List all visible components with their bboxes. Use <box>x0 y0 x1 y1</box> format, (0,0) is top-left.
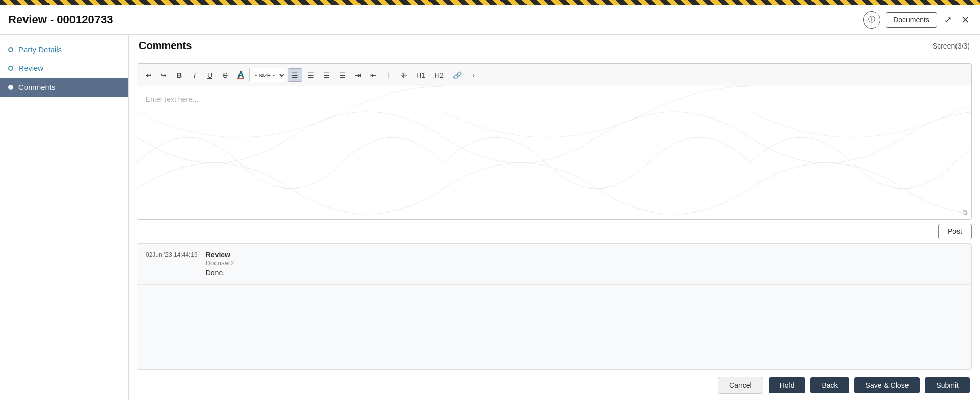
sidebar-item-party-details[interactable]: Party Details <box>0 40 128 59</box>
sidebar-dot-comments <box>8 85 13 90</box>
underline-icon: U <box>207 71 212 79</box>
expand-button[interactable]: ⤢ <box>942 12 954 28</box>
more-icon: › <box>472 71 475 79</box>
comment-item: 02Jun '23 14:44:19 Review Docuser2 Done. <box>137 244 971 285</box>
screen-info: Screen(3/3) <box>933 42 970 50</box>
expand-editor-icon[interactable]: ⧉ <box>963 209 967 216</box>
h1-button[interactable]: H1 <box>412 68 429 82</box>
sidebar-item-comments[interactable]: Comments <box>0 78 128 97</box>
comment-content: Review Docuser2 Done. <box>206 251 963 277</box>
content-area: Comments Screen(3/3) ↩ ↪ B <box>129 35 980 400</box>
align-justify-button[interactable]: ☰ <box>335 68 350 82</box>
close-button[interactable]: ✕ <box>959 12 972 28</box>
editor-placeholder: Enter text here... <box>146 95 199 103</box>
submit-button[interactable]: Submit <box>925 377 970 393</box>
h1-icon: H1 <box>416 71 425 79</box>
sidebar-label-party-details: Party Details <box>18 45 62 54</box>
sidebar-label-review: Review <box>18 64 43 73</box>
titlebar: Review - 000120733 ⓘ Documents ⤢ ✕ <box>0 5 980 35</box>
redo-button[interactable]: ↪ <box>157 68 171 82</box>
post-button[interactable]: Post <box>938 224 972 239</box>
info-button[interactable]: ⓘ <box>863 11 880 29</box>
bold-icon: B <box>177 71 182 79</box>
section-title: Comments <box>139 40 192 52</box>
indent-increase-button[interactable]: ⇥ <box>351 68 365 82</box>
italic-button[interactable]: I <box>187 68 202 82</box>
strikethrough-icon: S <box>223 71 227 79</box>
expand-icon: ⤢ <box>944 15 952 25</box>
comment-text: Done. <box>206 269 963 277</box>
align-left-icon: ☰ <box>292 71 298 79</box>
underline-button[interactable]: U <box>203 68 217 82</box>
ordered-list-icon: ⁜ <box>401 71 407 79</box>
font-size-select[interactable]: - size - 8 10 12 14 16 18 24 <box>249 68 286 82</box>
sidebar-item-review[interactable]: Review <box>0 59 128 78</box>
editor-body[interactable]: Enter text here... <box>137 86 971 219</box>
info-icon: ⓘ <box>868 15 875 25</box>
editor-section: ↩ ↪ B I U S <box>137 63 972 220</box>
sidebar-dot-review <box>8 66 13 71</box>
strikethrough-button[interactable]: S <box>218 68 232 82</box>
sidebar-dot-party-details <box>8 47 13 52</box>
comments-list: 02Jun '23 14:44:19 Review Docuser2 Done. <box>137 243 972 370</box>
post-section: Post <box>129 220 980 243</box>
indent-decrease-icon: ⇤ <box>370 71 376 79</box>
editor-toolbar: ↩ ↪ B I U S <box>137 64 971 86</box>
window-title: Review - 000120733 <box>8 13 113 27</box>
italic-icon: I <box>194 71 196 79</box>
undo-icon: ↩ <box>146 71 152 79</box>
comment-date: 02Jun '23 14:44:19 <box>146 251 198 277</box>
sidebar: Party Details Review Comments <box>0 35 129 400</box>
h2-icon: H2 <box>435 71 444 79</box>
back-button[interactable]: Back <box>810 377 849 393</box>
text-color-button[interactable]: A <box>233 67 248 83</box>
bold-button[interactable]: B <box>172 68 186 82</box>
undo-button[interactable]: ↩ <box>141 68 156 82</box>
content-header: Comments Screen(3/3) <box>129 35 980 57</box>
align-right-icon: ☰ <box>323 71 330 79</box>
close-icon: ✕ <box>961 14 970 26</box>
indent-increase-icon: ⇥ <box>355 71 361 79</box>
titlebar-actions: ⓘ Documents ⤢ ✕ <box>863 11 972 29</box>
align-right-button[interactable]: ☰ <box>319 68 334 82</box>
cancel-button[interactable]: Cancel <box>718 377 763 394</box>
main-body: Party Details Review Comments Comments S… <box>0 35 980 400</box>
align-center-button[interactable]: ☰ <box>303 68 318 82</box>
h2-button[interactable]: H2 <box>431 68 448 82</box>
save-close-button[interactable]: Save & Close <box>854 377 920 393</box>
bullet-list-icon: ⁝ <box>388 71 390 79</box>
hold-button[interactable]: Hold <box>769 377 806 393</box>
footer-actions: Cancel Hold Back Save & Close Submit <box>129 370 980 400</box>
sidebar-label-comments: Comments <box>18 83 56 91</box>
align-justify-icon: ☰ <box>339 71 346 79</box>
link-button[interactable]: 🔗 <box>449 68 466 82</box>
comment-user: Docuser2 <box>206 259 963 267</box>
align-left-button[interactable]: ☰ <box>288 68 302 82</box>
redo-icon: ↪ <box>161 71 167 79</box>
bullet-list-button[interactable]: ⁝ <box>381 68 396 82</box>
text-color-icon: A <box>237 69 244 80</box>
documents-button[interactable]: Documents <box>886 12 937 28</box>
indent-decrease-button[interactable]: ⇤ <box>366 68 380 82</box>
ordered-list-button[interactable]: ⁜ <box>397 68 411 82</box>
more-button[interactable]: › <box>467 68 481 82</box>
comment-title: Review <box>206 251 963 259</box>
link-icon: 🔗 <box>453 71 462 79</box>
align-center-icon: ☰ <box>307 71 314 79</box>
